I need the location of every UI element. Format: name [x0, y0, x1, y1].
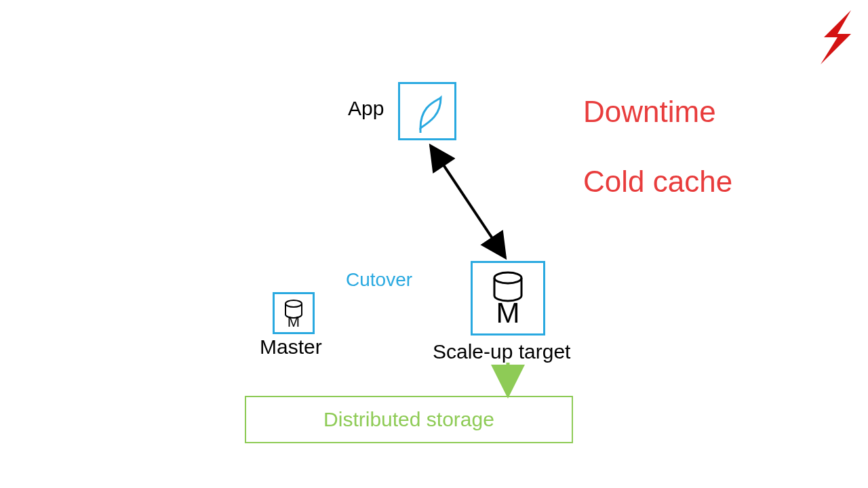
downtime-label: Downtime: [583, 95, 716, 129]
storage-label: Distributed storage: [323, 408, 494, 431]
database-target-icon: M: [473, 263, 543, 333]
leaf-icon: [400, 84, 454, 138]
app-node: [398, 82, 456, 140]
svg-point-0: [285, 300, 302, 307]
coldcache-label: Cold cache: [583, 165, 732, 199]
scaleup-label: Scale-up target: [433, 340, 570, 363]
cutover-label: Cutover: [346, 269, 412, 291]
svg-point-1: [494, 272, 521, 283]
connection-arrow: [431, 146, 505, 258]
master-label: Master: [260, 336, 322, 359]
scaleup-node: M: [471, 261, 545, 336]
database-master-icon: M: [275, 294, 313, 332]
master-node: M: [273, 292, 315, 334]
storage-box: Distributed storage: [245, 396, 573, 443]
m-letter-large: M: [496, 297, 520, 329]
m-letter-small: M: [288, 313, 300, 330]
app-label: App: [348, 97, 384, 120]
diagram-stage: { "labels": { "app": "App", "cutover": "…: [0, 0, 868, 488]
